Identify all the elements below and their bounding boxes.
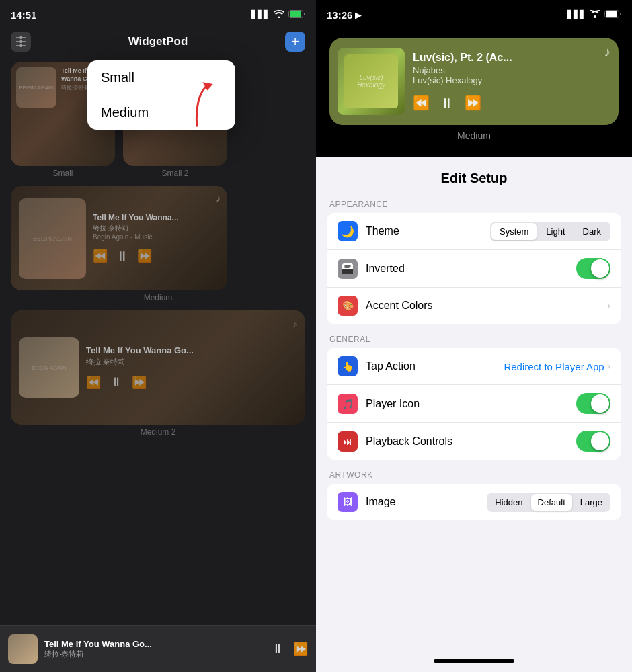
song-info-large: Tell Me If You Wanna Go... 绮拉·奈特莉 ⏪ ⏸ ⏩ — [86, 345, 297, 390]
widget-card-medium: BEGIN AGAIN Tell Me If You Wanna... 绮拉·奈… — [11, 186, 227, 290]
preview-widget-label: Medium — [329, 130, 619, 146]
theme-label: Theme — [366, 225, 490, 237]
signal-icon-right: ▋▋▋ — [567, 10, 586, 19]
rewind-icon-large: ⏪ — [86, 375, 101, 390]
tap-action-value: Redirect to Player App — [504, 361, 604, 372]
left-panel: 14:51 ▋▋▋ — [0, 0, 316, 672]
general-group: 👆 Tap Action Redirect to Player App › 🎵 … — [327, 348, 621, 460]
bottom-song-info: Tell Me If You Wanna Go... 绮拉·奈特莉 — [44, 639, 265, 659]
battery-icon-left — [288, 10, 305, 20]
inverted-label: Inverted — [366, 263, 576, 275]
artwork-group: 🖼 Image Hidden Default Large — [327, 484, 621, 520]
image-large-btn[interactable]: Large — [574, 494, 609, 511]
music-note-icon-preview: ♪ — [604, 44, 610, 60]
settings-icon-left[interactable] — [11, 32, 31, 52]
tap-action-row[interactable]: 👆 Tap Action Redirect to Player App › — [327, 348, 621, 385]
preview-playback-controls: ⏪ ⏸ ⏩ — [413, 95, 610, 111]
app-title: WidgetPod — [128, 35, 188, 48]
status-bar-right: 13:26 ▶ ▋▋▋ — [316, 0, 632, 30]
status-icons-left: ▋▋▋ — [251, 10, 305, 20]
add-button[interactable]: + — [285, 32, 305, 52]
edit-setup-title: Edit Setup — [316, 157, 632, 194]
arrow-pointer — [175, 81, 229, 137]
player-icon-toggle[interactable] — [576, 393, 610, 414]
playback-controls-row: ⏭ Playback Controls — [327, 423, 621, 460]
tap-action-icon: 👆 — [338, 356, 358, 376]
battery-icon-right — [604, 10, 621, 20]
section-general: GENERAL — [316, 329, 632, 348]
bottom-album-art — [8, 634, 38, 664]
forward-icon-medium: ⏩ — [137, 249, 152, 263]
widget-label-small: Small — [11, 169, 115, 178]
inverted-icon — [338, 259, 358, 279]
inverted-toggle[interactable] — [576, 258, 610, 279]
status-bar-left: 14:51 ▋▋▋ — [0, 0, 316, 30]
inverted-row: Inverted — [327, 250, 621, 288]
right-panel: 13:26 ▶ ▋▋▋ Luv(si — [316, 0, 632, 672]
left-header: WidgetPod + — [0, 30, 316, 56]
tap-action-label: Tap Action — [366, 360, 504, 372]
accent-colors-row[interactable]: 🎨 Accent Colors › — [327, 288, 621, 324]
preview-song-info: Luv(sic), Pt. 2 (Ac... Nujabes Luv(sic) … — [413, 52, 610, 111]
pause-icon-large: ⏸ — [110, 375, 122, 390]
theme-segment[interactable]: System Light Dark — [490, 222, 610, 241]
tap-action-chevron: › — [607, 360, 610, 372]
svg-point-2 — [19, 36, 22, 39]
image-hidden-btn[interactable]: Hidden — [488, 494, 529, 511]
bottom-player: Tell Me If You Wanna Go... 绮拉·奈特莉 ⏸ ⏩ — [0, 625, 316, 672]
playback-controls-label: Playback Controls — [366, 435, 576, 448]
status-icons-right: ▋▋▋ — [567, 10, 621, 20]
widget-label-medium-2: Medium 2 — [11, 427, 305, 437]
svg-rect-1 — [290, 11, 301, 17]
forward-icon-bottom[interactable]: ⏩ — [293, 642, 308, 657]
forward-icon-preview: ⏩ — [465, 95, 481, 111]
accent-colors-chevron: › — [607, 300, 610, 312]
player-icon-label: Player Icon — [366, 398, 576, 410]
widget-medium[interactable]: BEGIN AGAIN Tell Me If You Wanna... 绮拉·奈… — [11, 186, 305, 302]
svg-rect-15 — [342, 269, 353, 274]
status-time-right: 13:26 — [327, 9, 352, 21]
forward-icon-large: ⏩ — [132, 375, 147, 390]
preview-container: Luv(sic) Hexalogy Luv(sic), Pt. 2 (Ac...… — [316, 30, 632, 157]
album-art-large: BEGIN AGAIN — [19, 337, 79, 398]
pause-icon-medium: ⏸ — [116, 249, 129, 264]
playback-controls-toggle[interactable] — [576, 431, 610, 452]
appearance-group: 🌙 Theme System Light Dark — [327, 213, 621, 324]
player-icon-row: 🎵 Player Icon — [327, 385, 621, 423]
image-icon: 🖼 — [338, 492, 358, 512]
preview-album-art: Luv(sic) Hexalogy — [338, 48, 405, 115]
image-label: Image — [366, 496, 487, 508]
theme-dark-btn[interactable]: Dark — [575, 223, 609, 240]
section-appearance: APPEARANCE — [316, 194, 632, 213]
signal-icon-left: ▋▋▋ — [251, 10, 270, 19]
edit-setup: Edit Setup APPEARANCE 🌙 Theme System Lig… — [316, 157, 632, 649]
player-icon-icon: 🎵 — [338, 394, 358, 414]
location-icon: ▶ — [355, 10, 362, 20]
wifi-icon-left — [274, 10, 284, 20]
section-artwork: ARTWORK — [316, 465, 632, 484]
accent-colors-icon: 🎨 — [338, 296, 358, 316]
bottom-playback-controls[interactable]: ⏸ ⏩ — [272, 642, 308, 657]
pause-icon-bottom[interactable]: ⏸ — [272, 642, 284, 657]
playback-controls-icon: ⏭ — [338, 431, 358, 452]
music-note-icon-large: ♪ — [292, 319, 297, 329]
accent-colors-label: Accent Colors — [366, 300, 607, 312]
theme-system-btn[interactable]: System — [491, 223, 537, 240]
rewind-icon-medium: ⏪ — [93, 249, 108, 263]
image-segment[interactable]: Hidden Default Large — [487, 493, 610, 512]
svg-point-3 — [19, 40, 22, 43]
wifi-icon-right — [590, 10, 600, 20]
widget-label-medium: Medium — [11, 293, 305, 302]
theme-icon: 🌙 — [338, 221, 358, 241]
theme-light-btn[interactable]: Light — [538, 223, 573, 240]
pause-icon-preview: ⏸ — [440, 95, 454, 111]
svg-point-4 — [19, 44, 22, 47]
theme-row: 🌙 Theme System Light Dark — [327, 213, 621, 250]
widget-medium-2[interactable]: BEGIN AGAIN Tell Me If You Wanna Go... 绮… — [11, 310, 305, 437]
home-indicator — [316, 649, 632, 672]
playback-controls-large: ⏪ ⏸ ⏩ — [86, 375, 297, 390]
preview-widget: Luv(sic) Hexalogy Luv(sic), Pt. 2 (Ac...… — [329, 38, 619, 125]
widget-label-small-2: Small 2 — [123, 169, 227, 178]
rewind-icon-preview: ⏪ — [413, 95, 430, 111]
image-default-btn[interactable]: Default — [531, 494, 572, 511]
